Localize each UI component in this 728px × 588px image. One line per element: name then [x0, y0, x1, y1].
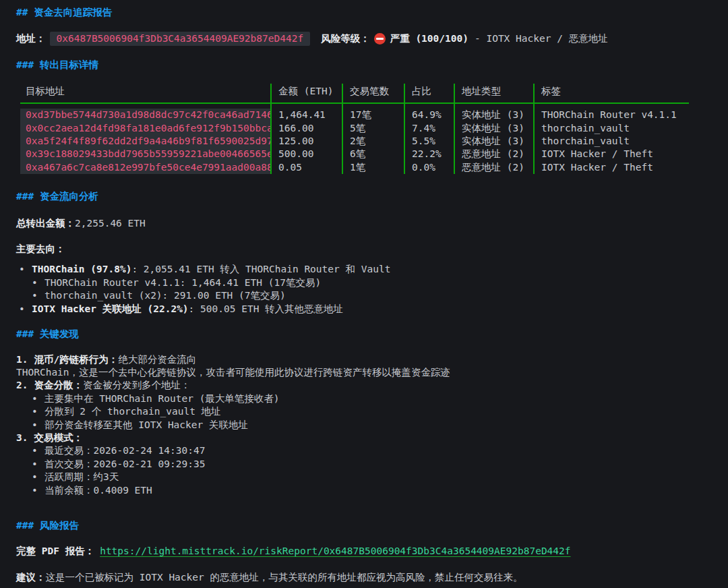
table-row: 0x0cc2aea12d4fd98fa181e0ad6fe912f9b150bb…	[20, 122, 689, 135]
list-item: • 首次交易：2026-02-21 09:29:35	[16, 458, 716, 471]
finding-bold: 交易模式：	[34, 432, 83, 443]
bullet-text: 分散到 2 个 thorchain_vault 地址	[44, 405, 221, 418]
col-header-address-type: 地址类型	[454, 84, 534, 103]
address-label: 地址：	[16, 32, 46, 45]
list-item: • 活跃周期：约3天	[16, 471, 716, 483]
finding-item: 1.混币/跨链桥行为：绝大部分资金流向	[16, 353, 716, 366]
total-outflow-label: 总转出金额：	[16, 218, 75, 229]
list-item: • thorchain_vault (x2): 291.00 ETH (7笔交易…	[16, 289, 716, 302]
advice-text: 这是一个已被标记为 IOTX Hacker 的恶意地址，与其关联的所有地址都应视…	[46, 572, 523, 583]
amount-cell: 0.05	[271, 161, 342, 174]
bullet-text: 首次交易：2026-02-21 09:29:35	[44, 458, 205, 471]
col-header-share: 占比	[404, 84, 454, 103]
col-header-tx-count: 交易笔数	[342, 84, 404, 103]
pdf-report-line: 完整 PDF 报告：https://light.misttrack.io/ris…	[16, 545, 716, 558]
bullet-icon: •	[32, 289, 44, 302]
address-type-cell: 实体地址 (3)	[454, 122, 534, 135]
table-header-row: 目标地址 金额 (ETH) 交易笔数 占比 地址类型 标签	[20, 84, 689, 103]
bullet-icon: •	[32, 405, 44, 418]
risk-level-label: 风险等级：	[321, 32, 370, 45]
bullet-text: thorchain_vault (x2): 291.00 ETH (7笔交易)	[44, 289, 286, 302]
list-item: • 当前余额：0.4009 ETH	[16, 484, 716, 497]
transfer-table: 目标地址 金额 (ETH) 交易笔数 占比 地址类型 标签 0xd37bbe57…	[20, 84, 689, 174]
list-item: • THORChain Router v4.1.1: 1,464.41 ETH …	[16, 276, 716, 289]
pdf-report-label: 完整 PDF 报告：	[16, 546, 94, 556]
destinations-list: • THORChain (97.8%): 2,055.41 ETH 转入 THO…	[16, 263, 716, 316]
list-item: • 部分资金转移至其他 IOTX Hacker 关联地址	[16, 419, 716, 432]
bullet-icon: •	[32, 471, 44, 483]
total-outflow-line: 总转出金额：2,255.46 ETH	[16, 217, 716, 230]
address-code: 0x6487B5006904f3Db3C4a3654409AE92b87eD44…	[50, 32, 311, 46]
list-item: • THORChain (97.8%): 2,055.41 ETH 转入 THO…	[16, 263, 716, 276]
bullet-icon: •	[32, 484, 44, 497]
bullet-icon: •	[32, 276, 44, 289]
bullet-icon: •	[32, 419, 44, 432]
risk-level-suffix: - IOTX Hacker / 恶意地址	[475, 32, 608, 45]
share-cell: 7.4%	[404, 122, 454, 135]
finding-item: 3.交易模式：	[16, 432, 716, 444]
key-findings-heading: ### 关键发现	[16, 328, 716, 341]
amount-cell: 500.00	[271, 148, 342, 160]
key-findings-list: 1.混币/跨链桥行为：绝大部分资金流向 THORChain，这是一个去中心化跨链…	[16, 353, 716, 497]
advice-line: 建议：这是一个已被标记为 IOTX Hacker 的恶意地址，与其关联的所有地址…	[16, 571, 716, 584]
finding-bold: 资金分散：	[34, 380, 83, 390]
list-item: • 分散到 2 个 thorchain_vault 地址	[16, 405, 716, 418]
finding-text: 绝大部分资金流向	[118, 354, 196, 365]
bullet-text: 活跃周期：约3天	[44, 471, 119, 483]
share-cell: 64.9%	[404, 103, 454, 121]
risk-report-heading: ### 风险报告	[16, 519, 716, 532]
risk-level-value: 严重 (100/100)	[390, 32, 468, 45]
address-type-cell: 实体地址 (3)	[454, 135, 534, 148]
list-item: • 最近交易：2026-02-24 14:30:47	[16, 444, 716, 457]
tag-cell: thorchain_vault	[534, 135, 689, 148]
target-address-code: 0x39c188029433bdd7965b55959221abe0046656…	[20, 148, 271, 160]
bullet-text: : 500.05 ETH 转入其他恶意地址	[189, 303, 344, 314]
bullet-bold: THORChain (97.8%)	[32, 264, 131, 274]
target-address-code: 0xa467a6c7ca8e812e997bfe50ce4e7991aad00a…	[20, 161, 271, 174]
no-entry-icon	[374, 33, 386, 45]
amount-cell: 125.00	[271, 135, 342, 148]
finding-wrap-line: THORChain，这是一个去中心化跨链协议，攻击者可能使用此协议进行跨链资产转…	[16, 366, 716, 379]
list-item: • IOTX Hacker 关联地址 (22.2%): 500.05 ETH 转…	[16, 303, 716, 316]
bullet-icon: •	[19, 263, 32, 276]
finding-number: 1.	[16, 354, 28, 365]
target-address-code: 0xa5f24f4f89f62dd2df9a4a46b9f81f6590025d…	[20, 135, 271, 148]
col-header-target-address: 目标地址	[20, 84, 271, 103]
tag-cell: THORChain Router v4.1.1	[534, 103, 689, 121]
table-row: 0xd37bbe5744d730a1d98d8dc97c42f0ca46ad71…	[20, 103, 689, 121]
tag-cell: IOTX Hacker / Theft	[534, 148, 689, 160]
address-type-cell: 恶意地址 (2)	[454, 148, 534, 160]
bullet-text: 主要集中在 THORChain Router (最大单笔接收者)	[44, 392, 280, 405]
finding-number: 3.	[16, 432, 28, 443]
bullet-icon: •	[32, 444, 44, 457]
target-address-code: 0x0cc2aea12d4fd98fa181e0ad6fe912f9b150bb…	[20, 122, 271, 135]
bullet-text: THORChain Router v4.1.1: 1,464.41 ETH (1…	[44, 276, 321, 289]
address-line: 地址： 0x6487B5006904f3Db3C4a3654409AE92b87…	[16, 31, 716, 46]
tx-count-cell: 17笔	[342, 103, 404, 121]
address-type-cell: 恶意地址 (2)	[454, 161, 534, 174]
amount-cell: 1,464.41	[271, 103, 342, 121]
share-cell: 5.5%	[404, 135, 454, 148]
bullet-icon: •	[19, 303, 32, 316]
share-cell: 0.0%	[404, 161, 454, 174]
total-outflow-value: 2,255.46 ETH	[75, 218, 146, 229]
bullet-text: 部分资金转移至其他 IOTX Hacker 关联地址	[44, 419, 248, 432]
list-item: • 主要集中在 THORChain Router (最大单笔接收者)	[16, 392, 716, 405]
tag-cell: thorchain_vault	[534, 122, 689, 135]
advice-label: 建议：	[16, 572, 46, 583]
fund-tracking-report: ## 资金去向追踪报告 地址： 0x6487B5006904f3Db3C4a36…	[16, 6, 716, 584]
bullet-text: 当前余额：0.4009 ETH	[44, 484, 152, 497]
address-type-cell: 实体地址 (3)	[454, 103, 534, 121]
risk-report-link[interactable]: https://light.misttrack.io/riskReport/0x…	[100, 546, 570, 556]
bullet-bold: IOTX Hacker 关联地址 (22.2%)	[32, 303, 189, 314]
finding-number: 2.	[16, 380, 28, 390]
bullet-text: 最近交易：2026-02-24 14:30:47	[44, 444, 205, 457]
bullet-icon: •	[32, 458, 44, 471]
transfer-details-heading: ### 转出目标详情	[16, 59, 716, 71]
table-row: 0xa467a6c7ca8e812e997bfe50ce4e7991aad00a…	[20, 161, 689, 174]
tx-count-cell: 6笔	[342, 148, 404, 160]
target-address-code: 0xd37bbe5744d730a1d98d8dc97c42f0ca46ad71…	[20, 109, 271, 121]
table-row: 0xa5f24f4f89f62dd2df9a4a46b9f81f6590025d…	[20, 135, 689, 148]
finding-item: 2.资金分散：资金被分发到多个地址：	[16, 379, 716, 392]
finding-bold: 混币/跨链桥行为：	[34, 354, 118, 365]
